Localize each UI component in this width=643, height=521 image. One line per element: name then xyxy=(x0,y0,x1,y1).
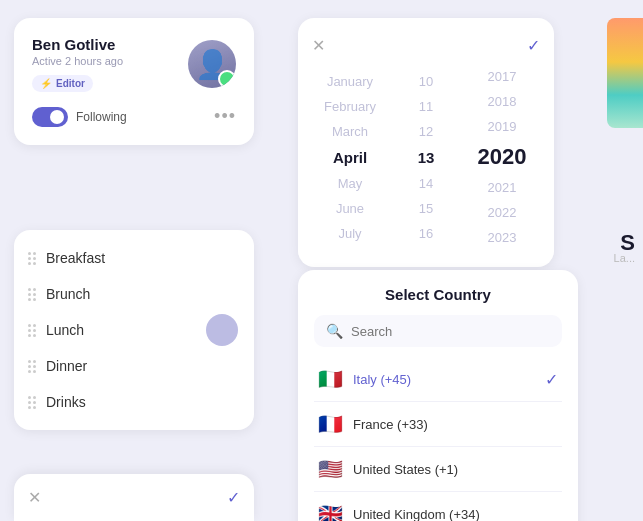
profile-status: Active 2 hours ago xyxy=(32,55,123,67)
year-2019[interactable]: 2019 xyxy=(464,115,540,138)
list-item[interactable]: Dinner xyxy=(14,348,254,384)
day-11[interactable]: 11 xyxy=(388,95,464,118)
month-column: January February March April May June Ju… xyxy=(312,70,388,245)
bottom-date-picker: ✕ ✓ xyxy=(14,474,254,521)
following-label: Following xyxy=(76,110,127,124)
country-title: Select Country xyxy=(314,286,562,303)
year-column: 2017 2018 2019 2020 2021 2022 2023 xyxy=(464,65,540,249)
day-16[interactable]: 16 xyxy=(388,222,464,245)
date-confirm-button[interactable]: ✓ xyxy=(527,36,540,55)
list-item-brunch: Brunch xyxy=(46,286,90,302)
day-14[interactable]: 14 xyxy=(388,172,464,195)
day-15[interactable]: 15 xyxy=(388,197,464,220)
bottom-confirm-button[interactable]: ✓ xyxy=(227,488,240,507)
day-column: 10 11 12 13 14 15 16 xyxy=(388,70,464,245)
toggle-group: Following xyxy=(32,107,127,127)
search-box: 🔍 xyxy=(314,315,562,347)
year-2018[interactable]: 2018 xyxy=(464,90,540,113)
country-item-us[interactable]: 🇺🇸 United States (+1) xyxy=(314,447,562,492)
year-2022[interactable]: 2022 xyxy=(464,201,540,224)
country-name-italy: Italy (+45) xyxy=(353,372,411,387)
drag-handle-icon xyxy=(28,324,36,337)
country-item-italy[interactable]: 🇮🇹 Italy (+45) ✓ xyxy=(314,357,562,402)
selected-check-icon: ✓ xyxy=(545,370,558,389)
profile-info: Ben Gotlive Active 2 hours ago Editor xyxy=(32,36,123,92)
avatar-image xyxy=(188,40,236,88)
month-january[interactable]: January xyxy=(312,70,388,93)
drag-handle-icon xyxy=(28,360,36,373)
side-la-label: La... xyxy=(614,252,635,264)
image-preview xyxy=(607,18,643,128)
more-options-button[interactable]: ••• xyxy=(214,106,236,127)
country-select-card: Select Country 🔍 🇮🇹 Italy (+45) ✓ 🇫🇷 Fra… xyxy=(298,270,578,521)
day-12[interactable]: 12 xyxy=(388,120,464,143)
day-13[interactable]: 13 xyxy=(388,145,464,170)
list-item-breakfast: Breakfast xyxy=(46,250,105,266)
following-toggle[interactable] xyxy=(32,107,68,127)
year-2021[interactable]: 2021 xyxy=(464,176,540,199)
month-may[interactable]: May xyxy=(312,172,388,195)
flag-uk: 🇬🇧 xyxy=(318,502,343,521)
list-item[interactable]: Lunch xyxy=(14,312,254,348)
profile-card: Ben Gotlive Active 2 hours ago Editor Fo… xyxy=(14,18,254,145)
month-march[interactable]: March xyxy=(312,120,388,143)
country-name-france: France (+33) xyxy=(353,417,428,432)
flag-italy: 🇮🇹 xyxy=(318,367,343,391)
list-card: Breakfast Brunch Lunch Dinner Drinks xyxy=(14,230,254,430)
date-close-button[interactable]: ✕ xyxy=(312,36,325,55)
year-2023[interactable]: 2023 xyxy=(464,226,540,249)
profile-actions: Following ••• xyxy=(32,106,236,127)
search-icon: 🔍 xyxy=(326,323,343,339)
country-name-uk: United Kingdom (+34) xyxy=(353,507,480,522)
month-june[interactable]: June xyxy=(312,197,388,220)
year-2020[interactable]: 2020 xyxy=(464,140,540,174)
month-april[interactable]: April xyxy=(312,145,388,170)
year-2017[interactable]: 2017 xyxy=(464,65,540,88)
search-input[interactable] xyxy=(351,324,550,339)
drag-active-indicator xyxy=(206,314,238,346)
drag-handle-icon xyxy=(28,252,36,265)
month-february[interactable]: February xyxy=(312,95,388,118)
drag-handle-icon xyxy=(28,288,36,301)
country-item-uk[interactable]: 🇬🇧 United Kingdom (+34) xyxy=(314,492,562,521)
date-picker-header: ✕ ✓ xyxy=(312,36,540,55)
list-item-dinner: Dinner xyxy=(46,358,87,374)
date-columns: January February March April May June Ju… xyxy=(312,65,540,249)
country-list: 🇮🇹 Italy (+45) ✓ 🇫🇷 France (+33) 🇺🇸 Unit… xyxy=(314,357,562,521)
country-item-france[interactable]: 🇫🇷 France (+33) xyxy=(314,402,562,447)
bottom-close-button[interactable]: ✕ xyxy=(28,488,41,507)
list-item[interactable]: Brunch xyxy=(14,276,254,312)
flag-us: 🇺🇸 xyxy=(318,457,343,481)
list-item-lunch: Lunch xyxy=(46,322,84,338)
date-picker-card: ✕ ✓ January February March April May Jun… xyxy=(298,18,554,267)
editor-badge: Editor xyxy=(32,75,93,92)
list-item-drinks: Drinks xyxy=(46,394,86,410)
list-item[interactable]: Breakfast xyxy=(14,240,254,276)
day-10[interactable]: 10 xyxy=(388,70,464,93)
country-name-us: United States (+1) xyxy=(353,462,458,477)
month-july[interactable]: July xyxy=(312,222,388,245)
badge-label: Editor xyxy=(56,78,85,89)
drag-handle-icon xyxy=(28,396,36,409)
flag-france: 🇫🇷 xyxy=(318,412,343,436)
profile-header: Ben Gotlive Active 2 hours ago Editor xyxy=(32,36,236,92)
profile-name: Ben Gotlive xyxy=(32,36,123,53)
list-item[interactable]: Drinks xyxy=(14,384,254,420)
avatar xyxy=(188,40,236,88)
